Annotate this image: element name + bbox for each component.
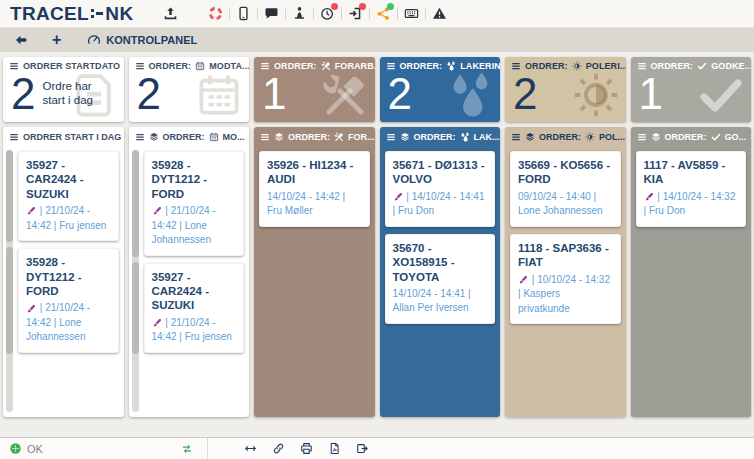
toolbar-divider: [313, 7, 314, 20]
statusbar-divider: [207, 438, 208, 459]
kanban-column-body: 35671 - DØ1313 - VOLVO | 14/10/24 - 14:4…: [380, 146, 501, 417]
brush-icon: [26, 304, 36, 314]
kanban-column: ORDRER:POL...×35669 - KO5656 - FORD09/10…: [505, 127, 626, 417]
summary-card-body: 2: [380, 71, 501, 122]
card-drag-handle[interactable]: [132, 262, 139, 354]
kanban-column: ORDRER:MO...×35928 - DYT1212 - FORD | 21…: [129, 127, 250, 417]
order-card-title: 35928 - DYT1212 - FORD: [26, 255, 111, 298]
chat-icon[interactable]: [264, 6, 279, 21]
card-drag-handle[interactable]: [6, 150, 13, 242]
card-row: 1117 - AV5859 - KIA | 14/10/24 - 14:32 |…: [636, 151, 747, 227]
kanban-column-body: 35927 - CAR2424 - SUZUKI | 21/10/24 - 14…: [3, 146, 124, 417]
toolbar: [163, 6, 447, 21]
gauge-icon: [87, 33, 101, 47]
warning-icon[interactable]: [432, 6, 447, 21]
close-icon[interactable]: ×: [249, 132, 250, 142]
back-arrow-icon[interactable]: [14, 33, 28, 47]
order-card[interactable]: 1117 - AV5859 - KIA | 14/10/24 - 14:32 |…: [636, 151, 747, 227]
kanban-column-title-text: GO...: [725, 132, 747, 142]
drops-icon: [446, 71, 494, 119]
summary-card[interactable]: ORDRER:MODTA...×2: [129, 57, 250, 122]
kanban-column: ORDRER:GO...×1117 - AV5859 - KIA | 14/10…: [631, 127, 752, 417]
order-card-meta: | 21/10/24 - 14:42 | Fru jensen: [152, 316, 237, 345]
logo-i-dash-icon: [96, 12, 103, 16]
summary-card[interactable]: ORDRER:LAKERING×2: [380, 57, 501, 122]
order-card[interactable]: 35927 - CAR2424 - SUZUKI | 21/10/24 - 14…: [144, 263, 245, 353]
order-card[interactable]: 35671 - DØ1313 - VOLVO | 14/10/24 - 14:4…: [385, 151, 496, 227]
summary-count: 2: [513, 74, 536, 114]
menu-icon[interactable]: [511, 132, 521, 142]
tools-icon: [321, 61, 331, 71]
app-logo: TRACELNK: [10, 3, 133, 25]
summary-count: 2: [137, 74, 160, 114]
brush-icon: [26, 206, 36, 216]
menu-icon[interactable]: [135, 132, 145, 142]
card-row: 35669 - KO5656 - FORD09/10/24 - 14:40 | …: [510, 151, 621, 227]
printer-icon[interactable]: [300, 442, 313, 455]
podium-person-icon[interactable]: [292, 6, 307, 21]
order-card[interactable]: 35669 - KO5656 - FORD09/10/24 - 14:40 | …: [510, 151, 621, 227]
red-badge: [331, 3, 338, 10]
brush-icon: [152, 206, 162, 216]
kanban-board: ORDRER START I DAG×35927 - CAR2424 - SUZ…: [3, 127, 751, 417]
resize-h-icon[interactable]: [244, 442, 257, 455]
close-icon[interactable]: ×: [750, 132, 751, 142]
order-card[interactable]: 35928 - DYT1212 - FORD | 21/10/24 - 14:4…: [144, 151, 245, 256]
kanban-column-header[interactable]: ORDRER START I DAG×: [3, 127, 124, 146]
card-row: 35926 - HI1234 - AUDI14/10/24 - 14:42 | …: [259, 151, 370, 227]
summary-card[interactable]: ORDRER:POLERI...×2: [505, 57, 626, 122]
order-card[interactable]: 35926 - HI1234 - AUDI14/10/24 - 14:42 | …: [259, 151, 370, 227]
menu-icon[interactable]: [9, 132, 19, 142]
sun-icon: [572, 61, 582, 71]
kanban-column-title: ORDRER:: [665, 132, 707, 142]
order-card[interactable]: 35670 - XO158915 - TOYOTA14/10/24 - 14:4…: [385, 234, 496, 324]
order-card-title: 35926 - HI1234 - AUDI: [267, 158, 362, 187]
phone-icon[interactable]: [236, 6, 251, 21]
kanban-column-body: 35926 - HI1234 - AUDI14/10/24 - 14:42 | …: [254, 146, 375, 417]
kanban-column-title: ORDRER START I DAG: [23, 132, 121, 142]
lifebuoy-icon[interactable]: [208, 6, 223, 21]
sync-icon[interactable]: [181, 443, 193, 455]
add-tab-button[interactable]: +: [52, 32, 61, 48]
keyboard-icon[interactable]: [404, 6, 419, 21]
order-card-title: 35670 - XO158915 - TOYOTA: [393, 241, 488, 284]
summary-card[interactable]: ORDRER STARTDATO×2Ordre har start i dag: [3, 57, 124, 122]
kanban-column-header[interactable]: ORDRER:FOR...×: [254, 127, 375, 146]
network-icon-wrapper[interactable]: [376, 6, 391, 21]
kanban-column: ORDRER:LAK...×35671 - DØ1313 - VOLVO | 1…: [380, 127, 501, 417]
export-icon[interactable]: [356, 442, 369, 455]
order-card[interactable]: 1118 - SAP3636 - FIAT | 10/10/24 - 14:32…: [510, 234, 621, 324]
tab-kontrolpanel[interactable]: KONTROLPANEL: [87, 33, 197, 47]
upload-icon[interactable]: [163, 6, 178, 21]
menu-icon[interactable]: [637, 132, 647, 142]
kanban-column-header[interactable]: ORDRER:POL...×: [505, 127, 626, 146]
card-row: 35670 - XO158915 - TOYOTA14/10/24 - 14:4…: [385, 234, 496, 324]
kanban-column-body: 35669 - KO5656 - FORD09/10/24 - 14:40 | …: [505, 146, 626, 417]
summary-card[interactable]: ORDRER:GODKE...×1: [631, 57, 752, 122]
card-drag-handle[interactable]: [132, 150, 139, 257]
card-row: 35928 - DYT1212 - FORD | 21/10/24 - 14:4…: [18, 248, 119, 353]
toolbar-divider: [369, 7, 370, 20]
link-icon[interactable]: [272, 442, 285, 455]
clock-icon-wrapper[interactable]: [320, 6, 335, 21]
kanban-column: ORDRER:FOR...×35926 - HI1234 - AUDI14/10…: [254, 127, 375, 417]
kanban-column-header[interactable]: ORDRER:MO...×: [129, 127, 250, 146]
order-card[interactable]: 35927 - CAR2424 - SUZUKI | 21/10/24 - 14…: [18, 151, 119, 241]
ok-circle-icon: [9, 442, 22, 455]
order-card-title: 1117 - AV5859 - KIA: [644, 158, 739, 187]
kanban-column-title: ORDRER:: [539, 132, 581, 142]
summary-card-title-text: LAKERING: [460, 61, 500, 71]
signout-icon-wrapper[interactable]: [348, 6, 363, 21]
card-drag-handle[interactable]: [6, 247, 13, 354]
order-card[interactable]: 35928 - DYT1212 - FORD | 21/10/24 - 14:4…: [18, 248, 119, 353]
kanban-column-header[interactable]: ORDRER:GO...×: [631, 127, 752, 146]
menu-icon[interactable]: [260, 132, 270, 142]
card-row: 1118 - SAP3636 - FIAT | 10/10/24 - 14:32…: [510, 234, 621, 324]
kanban-column-title: ORDRER:: [414, 132, 456, 142]
kanban-column-header[interactable]: ORDRER:LAK...×: [380, 127, 501, 146]
menu-icon[interactable]: [386, 132, 396, 142]
summary-card[interactable]: ORDRER:FORARB...×1: [254, 57, 375, 122]
pdf-icon[interactable]: [328, 442, 341, 455]
layers-icon: [651, 132, 661, 142]
order-card-meta: | 21/10/24 - 14:42 | Fru jensen: [26, 204, 111, 233]
